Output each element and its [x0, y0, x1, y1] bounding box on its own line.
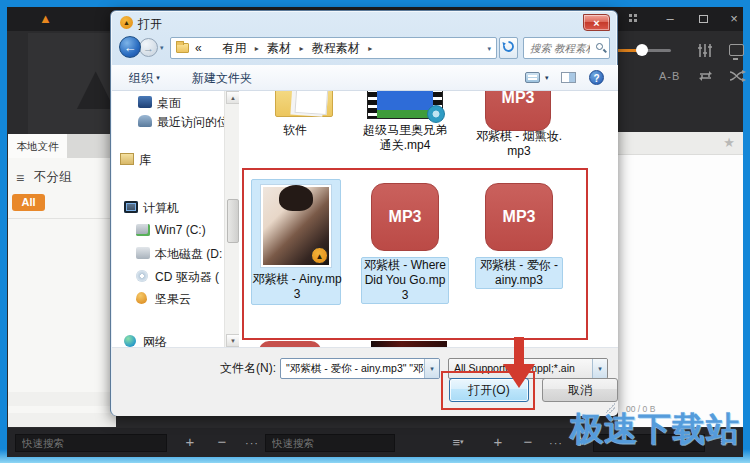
crumb-item[interactable]: 素材	[267, 41, 291, 55]
favorite-star-icon[interactable]: ★	[723, 135, 735, 150]
breadcrumb[interactable]: « ▸ 有用 ▸ 素材 ▸ 教程素材 ▸ ▾	[170, 37, 497, 59]
more-button[interactable]: ···	[241, 431, 263, 455]
dialog-footer: 文件名(N): "邓紫棋 - 爱你 - ainy.mp3" "邓紫 ▾ All …	[112, 347, 618, 416]
dialog-aimp-icon: ▲	[120, 16, 133, 29]
nutstore-icon	[136, 292, 147, 304]
repeat-icon[interactable]	[697, 69, 714, 83]
shuffle-icon[interactable]	[729, 69, 746, 83]
playlist-remove-button[interactable]: −	[517, 431, 539, 453]
sidebar-item-nutstore[interactable]: 坚果云	[136, 290, 224, 307]
dialog-sidebar: 桌面 最近访问的位 库 计算机 Win7 (C:) 本地磁盘 (D:	[112, 91, 232, 347]
crumb-separator-icon: ▸	[250, 44, 264, 53]
file-list: 软件 超级马里奥兄弟通关.mp4 MP3 邓紫棋 - 烟熏妆.mp3	[239, 91, 599, 347]
screenshot-root: ▲ 菜单 – × A-B	[0, 0, 750, 463]
libraries-icon	[120, 153, 134, 165]
dialog-body: 桌面 最近访问的位 库 计算机 Win7 (C:) 本地磁盘 (D:	[112, 91, 618, 347]
player-close-button[interactable]: ×	[721, 9, 747, 29]
drive-d-icon	[136, 247, 150, 259]
combo-caret-icon[interactable]: ▾	[592, 359, 607, 378]
sidebar-item-libraries[interactable]: 库	[120, 151, 224, 168]
mini-mode-icon[interactable]	[629, 14, 638, 23]
scroll-down-icon[interactable]: ▼	[226, 334, 240, 347]
divider	[8, 218, 116, 219]
list-stripe	[8, 413, 116, 427]
equalizer-icon[interactable]	[697, 43, 713, 58]
filename-label: 文件名(N):	[220, 360, 276, 377]
quick-search-input-middle[interactable]	[265, 434, 395, 452]
player-left-panel: ≡ 不分组 All	[8, 158, 116, 427]
crumb-item[interactable]: 教程素材	[312, 41, 360, 55]
preview-pane-icon[interactable]	[561, 72, 576, 83]
quick-search-input-left[interactable]	[15, 434, 167, 452]
dialog-nav-row: ← → ▾ « ▸ 有用 ▸ 素材 ▸ 教程素材 ▸ ▾	[111, 33, 619, 65]
file-tile-ainy[interactable]: ▲ 邓紫棋 - Ainy.mp3	[251, 179, 341, 305]
combo-caret-icon[interactable]: ▾	[424, 359, 439, 378]
player-mode-row: A-B	[613, 67, 743, 87]
aimp-badge-icon: ▲	[311, 247, 328, 264]
volume-knob[interactable]	[636, 44, 648, 56]
refresh-button[interactable]	[499, 37, 518, 59]
mp3-file-icon: MP3	[485, 183, 553, 251]
playlist-panel: ★ 00 / 0 B	[618, 132, 743, 427]
list-stripe	[8, 392, 116, 406]
scrollbar-thumb[interactable]	[227, 199, 239, 243]
tab-local-files[interactable]: 本地文件	[8, 134, 67, 158]
crumb-prefix: «	[195, 41, 202, 55]
network-icon	[124, 335, 136, 347]
search-icon	[596, 43, 603, 50]
caret-down-icon: ▾	[156, 74, 160, 81]
cancel-button[interactable]: 取消	[542, 378, 618, 402]
sidebar-item-drive-d[interactable]: 本地磁盘 (D:	[136, 245, 224, 262]
sidebar-item-computer[interactable]: 计算机	[124, 199, 224, 216]
sidebar-item-network[interactable]: 网络	[124, 333, 224, 347]
organize-button[interactable]: 组织 ▾	[129, 70, 160, 87]
views-icon[interactable]	[525, 72, 540, 83]
dialog-close-button[interactable]: ×	[583, 14, 610, 31]
tab-inactive[interactable]	[67, 134, 116, 158]
group-mode-label[interactable]: 不分组	[34, 169, 72, 186]
dialog-search-box[interactable]	[523, 37, 610, 59]
aimp-logo-icon: ▲	[39, 11, 52, 27]
sidebar-item-cd-drive[interactable]: CD 驱动器 (	[136, 268, 224, 285]
history-caret-icon[interactable]: ▾	[160, 44, 164, 52]
recent-places-icon	[138, 115, 152, 127]
crumb-item[interactable]: 有用	[222, 41, 246, 55]
crumb-separator-icon: ▸	[363, 44, 377, 53]
sidebar-scrollbar[interactable]: ▲ ▼	[224, 91, 239, 347]
group-menu-icon[interactable]: ≡	[16, 170, 24, 186]
ab-repeat-button[interactable]: A-B	[659, 70, 680, 82]
sidebar-item-desktop[interactable]: 桌面	[138, 94, 224, 111]
help-icon[interactable]: ?	[589, 70, 604, 85]
film-reel-icon	[427, 105, 445, 123]
playlist-add-button[interactable]: +	[487, 431, 509, 453]
filter-all-badge[interactable]: All	[12, 194, 45, 211]
drive-c-icon	[136, 224, 150, 236]
dialog-toolbar: 组织 ▾ 新建文件夹 ▾ ?	[112, 65, 618, 91]
search-input[interactable]	[528, 39, 592, 57]
views-caret-icon[interactable]: ▾	[545, 74, 549, 82]
sidebar-item-recent-places[interactable]: 最近访问的位	[138, 113, 224, 130]
folder-icon	[176, 43, 189, 53]
breadcrumb-dropdown-icon[interactable]: ▾	[487, 39, 491, 59]
player-volume-row	[613, 40, 743, 62]
remove-button[interactable]: −	[211, 431, 233, 453]
new-folder-button[interactable]: 新建文件夹	[192, 70, 252, 87]
caret-down-icon: ▾	[460, 438, 464, 445]
dialog-title: 打开	[138, 16, 162, 33]
forward-button[interactable]: →	[139, 38, 158, 57]
player-maximize-button[interactable]	[690, 9, 716, 29]
display-icon[interactable]	[729, 44, 744, 56]
photo-thumbnail: ▲	[260, 184, 332, 268]
playlist-more-button[interactable]: ···	[545, 431, 567, 455]
desktop-icon	[138, 96, 152, 108]
back-button[interactable]: ←	[119, 36, 141, 58]
playlist-menu-button[interactable]: ≡▾	[447, 431, 469, 454]
mp3-file-icon: MP3	[485, 91, 551, 131]
maximize-icon	[699, 15, 708, 23]
scroll-up-icon[interactable]: ▲	[226, 91, 240, 104]
refresh-icon	[502, 40, 515, 53]
sidebar-item-drive-c[interactable]: Win7 (C:)	[136, 222, 224, 239]
filename-combo[interactable]: "邓紫棋 - 爱你 - ainy.mp3" "邓紫 ▾	[280, 358, 440, 379]
add-button[interactable]: +	[179, 431, 201, 453]
player-minimize-button[interactable]: –	[657, 9, 683, 29]
